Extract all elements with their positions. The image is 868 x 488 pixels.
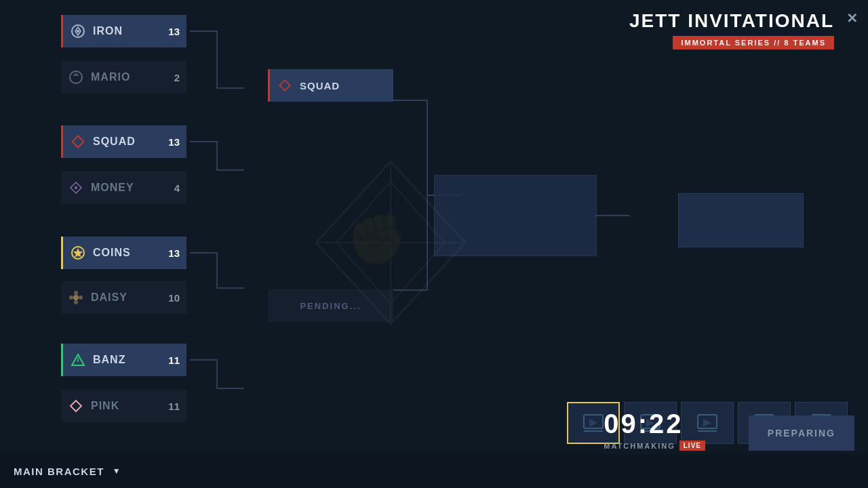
svg-point-9 (74, 291, 78, 295)
matchmaking-row: MATCHMAKING LIVE (604, 441, 705, 451)
svg-point-5 (75, 186, 77, 189)
pink-score: 11 (163, 401, 180, 412)
money-icon (68, 180, 84, 196)
semifinal-box (434, 175, 597, 256)
bracket-dropdown-arrow[interactable]: ▼ (113, 466, 121, 476)
svg-point-8 (73, 295, 79, 300)
svg-point-12 (79, 296, 83, 300)
team-box-daisy[interactable]: DAISY 10 (61, 281, 186, 314)
timer-display: 09:22 (604, 409, 705, 439)
squad-score: 13 (163, 136, 180, 148)
team-row-daisy: DAISY 10 (61, 280, 203, 315)
team-row-money: MONEY 4 (61, 170, 203, 205)
tournament-subtitle: IMMORTAL SERIES // 8 TEAMS (673, 36, 834, 49)
daisy-icon (68, 289, 84, 306)
squad-r2-icon (277, 77, 293, 94)
bracket-line-group2 (190, 124, 271, 205)
team-row-pink: PINK 11 (61, 388, 203, 424)
close-button[interactable]: ✕ (846, 10, 858, 26)
mario-score: 2 (163, 72, 180, 83)
squad-name: SQUAD (93, 136, 157, 148)
bracket-line-group3 (190, 234, 271, 315)
pending-label: PENDING... (275, 301, 387, 311)
match1-team2[interactable]: SQUAD (268, 69, 393, 102)
squad-icon (70, 134, 86, 150)
mario-icon (68, 69, 84, 85)
tournament-header: JETT INVITATIONAL IMMORTAL SERIES // 8 T… (629, 10, 834, 49)
team-row-banz: BANZ 11 (61, 342, 203, 378)
bracket-line-group1 (190, 14, 271, 115)
match2-pending: PENDING... (268, 289, 393, 322)
banz-name: BANZ (93, 354, 157, 366)
team-box-iron[interactable]: IRON 13 (61, 15, 186, 47)
svg-point-3 (70, 71, 82, 83)
bracket-container: JETT INVITATIONAL IMMORTAL SERIES // 8 T… (0, 0, 868, 488)
team-box-money[interactable]: MONEY 4 (61, 171, 186, 204)
finals-box (678, 193, 804, 247)
team-row-iron: IRON 13 (61, 14, 203, 49)
team-box-coins[interactable]: COINS 13 (61, 237, 186, 269)
team-box-squad[interactable]: SQUAD 13 (61, 125, 186, 158)
svg-marker-7 (73, 248, 83, 258)
svg-rect-17 (279, 80, 290, 90)
svg-point-11 (69, 296, 73, 300)
preparing-button[interactable]: PREPARING (749, 415, 854, 451)
coins-score: 13 (163, 247, 180, 259)
banz-icon (70, 352, 86, 368)
coins-name: COINS (93, 247, 157, 259)
team-box-banz[interactable]: BANZ 11 (61, 344, 186, 376)
svg-point-10 (74, 300, 78, 304)
mario-name: MARIO (91, 71, 157, 83)
main-bracket-label: MAIN BRACKET (14, 466, 104, 477)
svg-rect-4 (73, 136, 84, 148)
iron-score: 13 (163, 26, 180, 37)
money-score: 4 (163, 182, 180, 194)
iron-icon (70, 23, 86, 39)
team-box-mario[interactable]: MARIO 2 (61, 61, 186, 94)
team-box-pink[interactable]: PINK 11 (61, 390, 186, 422)
iron-name: IRON (93, 25, 157, 37)
coins-icon (70, 245, 86, 261)
pink-name: PINK (91, 400, 157, 412)
daisy-score: 10 (163, 292, 180, 304)
matchmaking-label: MATCHMAKING (604, 442, 675, 450)
match-timer-area: 09:22 MATCHMAKING LIVE (604, 409, 705, 451)
money-name: MONEY (91, 182, 157, 194)
svg-marker-28 (589, 419, 597, 427)
bottom-bar: MAIN BRACKET ▼ (0, 454, 868, 488)
squad-r2-name: SQUAD (300, 80, 387, 92)
svg-point-2 (77, 30, 79, 33)
bracket-line-group4 (190, 342, 271, 424)
tournament-title: JETT INVITATIONAL (629, 10, 834, 32)
team-row-squad: SQUAD 13 (61, 124, 203, 159)
team-row-mario: MARIO 2 (61, 60, 203, 95)
pink-icon (68, 398, 84, 414)
bracket-final-line (595, 175, 663, 256)
banz-score: 11 (163, 354, 180, 366)
daisy-name: DAISY (91, 291, 157, 304)
live-badge: LIVE (679, 441, 705, 451)
team-row-coins: COINS 13 (61, 234, 203, 272)
